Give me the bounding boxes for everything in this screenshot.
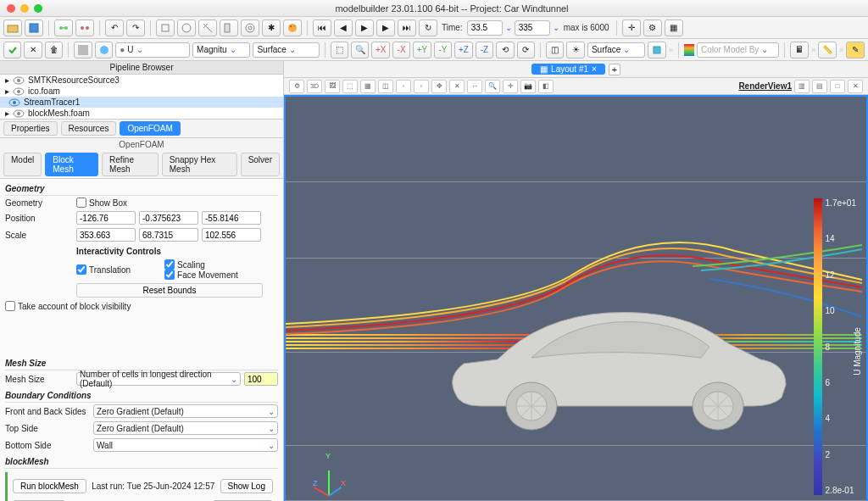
color-scalar-icon[interactable]	[95, 42, 113, 58]
palette-icon[interactable]	[283, 19, 302, 36]
variable-dropdown[interactable]: ●U⌄	[115, 42, 190, 58]
reset-bounds-button[interactable]: Reset Bounds	[76, 283, 263, 298]
gear-icon[interactable]: ⚙	[643, 19, 662, 36]
split-view-icon[interactable]: ▥	[794, 80, 810, 93]
pos-z-input[interactable]	[202, 211, 261, 225]
camera-adjust-icon[interactable]: ↔	[467, 80, 482, 93]
eye-icon[interactable]	[13, 76, 25, 85]
close-view-icon[interactable]: ✕	[848, 80, 863, 93]
meshsize-value-input[interactable]	[244, 372, 278, 386]
eye-icon[interactable]	[13, 87, 25, 96]
clear-select-icon[interactable]: ✕	[449, 80, 465, 93]
hover-cell-icon[interactable]: ▫	[414, 80, 429, 93]
apply-icon[interactable]	[3, 42, 21, 58]
render-view[interactable]: 1.7e+01 14 12 10 8 6 4 2 2.8e-01 U Magni…	[284, 95, 868, 501]
interactive-select-icon[interactable]: ✥	[431, 80, 447, 93]
select-points-icon[interactable]: ⬚	[342, 80, 358, 93]
representation-dropdown[interactable]: Surface⌄	[253, 42, 319, 58]
pipeline-item[interactable]: ▸SMTKResourceSource3	[0, 75, 283, 86]
axis-icon[interactable]: ✛	[622, 19, 641, 36]
bottom-side-select[interactable]: Wall⌄	[93, 438, 278, 452]
zoom-data-icon[interactable]: 🔍	[351, 42, 369, 58]
play-icon[interactable]: ▶	[355, 19, 374, 36]
view-2d-icon[interactable]: 🖼	[325, 80, 340, 93]
loop-icon[interactable]: ↻	[419, 19, 437, 36]
reset-icon[interactable]: ✕	[24, 42, 42, 58]
box-icon[interactable]	[156, 19, 175, 36]
glyph-icon[interactable]: ✱	[262, 19, 281, 36]
camera-x-icon[interactable]: +X	[371, 42, 389, 58]
view-options-icon[interactable]: ⚙	[289, 80, 304, 93]
eye-icon[interactable]	[13, 109, 25, 118]
tab-model[interactable]: Model	[3, 153, 42, 176]
first-frame-icon[interactable]: ⏮	[313, 19, 331, 36]
calculator-icon[interactable]: 🖩	[790, 42, 808, 58]
lighting-icon[interactable]: ☀	[566, 42, 584, 58]
scale-y-input[interactable]	[139, 228, 198, 242]
split-h-icon[interactable]: ◧	[538, 80, 554, 93]
tab-openfoam[interactable]: OpenFOAM	[120, 121, 180, 136]
tab-properties[interactable]: Properties	[3, 121, 58, 136]
scale-x-input[interactable]	[76, 228, 136, 242]
color-model-dropdown[interactable]: Color Model By⌄	[697, 42, 780, 58]
block-visibility-checkbox[interactable]	[5, 301, 15, 311]
tab-refinemesh[interactable]: Refine Mesh	[102, 153, 159, 176]
add-layout-button[interactable]: +	[609, 64, 620, 75]
camera-y-icon[interactable]: +Y	[413, 42, 431, 58]
repr2-dropdown[interactable]: Surface⌄	[587, 42, 645, 58]
front-back-select[interactable]: Zero Gradient (Default)⌄	[93, 404, 278, 418]
screenshot-icon[interactable]: 📷	[520, 80, 536, 93]
rotate90-icon[interactable]: ⟲	[496, 42, 514, 58]
pos-y-input[interactable]	[139, 211, 198, 225]
rotate-90-icon[interactable]: ⟳	[517, 42, 535, 58]
maximize-icon[interactable]	[34, 4, 42, 13]
cube-icon[interactable]	[648, 42, 665, 58]
eye-icon[interactable]	[8, 98, 20, 107]
edit-icon[interactable]: ✎	[846, 42, 864, 58]
slice-icon[interactable]	[198, 19, 217, 36]
clip-icon[interactable]	[220, 19, 238, 36]
prev-frame-icon[interactable]: ◀	[334, 19, 353, 36]
camera-ny-icon[interactable]: -Y	[434, 42, 452, 58]
scale-z-input[interactable]	[202, 228, 261, 242]
contour-icon[interactable]	[241, 19, 259, 36]
tab-snappy[interactable]: Snappy Hex Mesh	[162, 153, 237, 176]
save-icon[interactable]	[25, 19, 43, 36]
select-cells-icon[interactable]: ▦	[360, 80, 376, 93]
camera-nx-icon[interactable]: -X	[392, 42, 410, 58]
close-tab-icon[interactable]: ×	[592, 64, 597, 74]
camera-z-icon[interactable]: +Z	[454, 42, 472, 58]
tab-resources[interactable]: Resources	[61, 121, 117, 136]
run-blockmesh-button[interactable]: Run blockMesh	[13, 479, 86, 493]
showbox-checkbox[interactable]	[76, 198, 86, 208]
scaling-checkbox[interactable]	[164, 259, 175, 270]
grid-icon[interactable]: ▦	[665, 19, 683, 36]
close-icon[interactable]	[7, 4, 15, 13]
pipeline-item[interactable]: ▸ico.foam	[0, 86, 283, 97]
show-log-button[interactable]: Show Log	[220, 479, 273, 493]
center-rotation-icon[interactable]: ✛	[503, 80, 518, 93]
pos-x-input[interactable]	[76, 211, 136, 225]
reset-camera-icon[interactable]: ⬚	[331, 42, 348, 58]
pipeline-item-selected[interactable]: StreamTracer1	[0, 97, 283, 108]
selection-icon[interactable]: ◫	[546, 42, 564, 58]
disconnect-icon[interactable]	[75, 19, 94, 36]
undo-icon[interactable]: ↶	[105, 19, 124, 36]
sphere-icon[interactable]	[177, 19, 196, 36]
ruler-icon[interactable]: 📏	[818, 42, 836, 58]
zoom-box-icon[interactable]: 🔍	[485, 80, 500, 93]
split-v-icon[interactable]: ▤	[812, 80, 827, 93]
translation-checkbox[interactable]	[76, 264, 86, 275]
color-solid-icon[interactable]	[74, 42, 92, 58]
open-icon[interactable]	[3, 19, 22, 36]
pipeline-item[interactable]: ▸blockMesh.foam	[0, 108, 283, 119]
hover-point-icon[interactable]: ◦	[396, 80, 411, 93]
tab-blockmesh[interactable]: Block Mesh	[45, 153, 98, 176]
minimize-icon[interactable]	[20, 4, 29, 13]
component-dropdown[interactable]: Magnitu⌄	[192, 42, 250, 58]
meshsize-option-select[interactable]: Number of cells in longest direction (De…	[76, 372, 241, 386]
time-input[interactable]	[467, 20, 503, 36]
colormap-icon[interactable]	[684, 44, 694, 56]
select-block-icon[interactable]: ◫	[378, 80, 393, 93]
top-side-select[interactable]: Zero Gradient (Default)⌄	[93, 421, 278, 435]
